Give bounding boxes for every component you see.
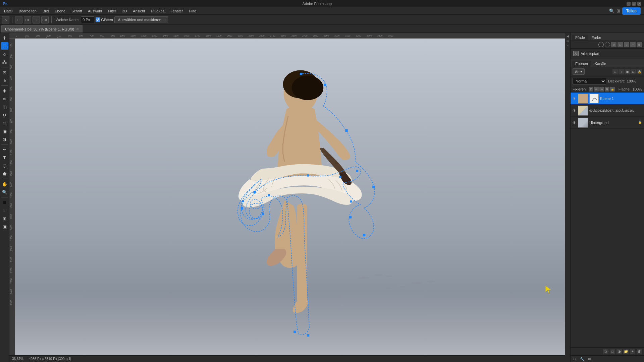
gradient-btn[interactable]: ▣	[1, 127, 8, 135]
foreground-color-btn[interactable]: ■	[1, 199, 8, 206]
history-btn[interactable]: ↺	[1, 111, 8, 119]
svg-text:3000: 3000	[334, 35, 340, 37]
menu-fenster[interactable]: Fenster	[168, 8, 185, 14]
add-adjustment-btn[interactable]: ◑	[616, 349, 622, 354]
menu-bild[interactable]: Bild	[40, 8, 51, 14]
menu-hilfe[interactable]: Hilfe	[186, 8, 199, 14]
lock-all-btn[interactable]: 🔒	[610, 87, 615, 92]
auswaehlen-maskieren-button[interactable]: Auswählen und maskieren...	[114, 16, 168, 23]
add-mask-btn[interactable]: □	[610, 349, 615, 354]
art-dropdown[interactable]: Art ▾	[573, 68, 585, 75]
delete-layer-btn[interactable]: 🗑	[637, 349, 642, 354]
menu-schrift[interactable]: Schrift	[69, 8, 85, 14]
text-tool-btn[interactable]: T	[1, 154, 8, 161]
magic-wand-btn[interactable]: ⁂	[1, 58, 8, 66]
blend-mode-select[interactable]: Normal Multiply Screen	[573, 78, 606, 84]
menu-ebene[interactable]: Ebene	[52, 8, 68, 14]
eraser-btn[interactable]: ◻	[1, 119, 8, 127]
marquee-tool-btn[interactable]: ⬚	[1, 42, 8, 50]
add-style-btn[interactable]: fx	[603, 349, 608, 354]
maximize-button[interactable]: □	[632, 2, 636, 6]
extra-tools-btn[interactable]: ···	[1, 207, 8, 214]
lyr-btn-5[interactable]: 🔒	[637, 69, 642, 74]
lyr-btn-3[interactable]: ▣	[625, 69, 630, 74]
add-layer-btn[interactable]: +	[630, 349, 635, 354]
lasso-tool-btn[interactable]: ⌾	[1, 50, 8, 58]
layer-vis-linked[interactable]: 👁	[572, 108, 577, 113]
lasso-option-add[interactable]: □+	[24, 16, 31, 23]
glatten-label: Glätten	[101, 18, 113, 22]
lyr-btn-4[interactable]: ⊡	[631, 69, 636, 74]
dodge-btn[interactable]: ◑	[1, 135, 8, 143]
tab-pfade[interactable]: Pfade	[572, 35, 588, 41]
screen-mode-btn[interactable]: ▣	[1, 223, 8, 230]
path-icon-diamond[interactable]: ◇	[611, 42, 616, 47]
path-icon-circle[interactable]	[598, 42, 604, 47]
pen-tool-btn[interactable]: ✒	[1, 146, 8, 153]
lock-artboard-btn[interactable]: ⊞	[605, 87, 609, 92]
menu-auswahl[interactable]: Auswahl	[85, 8, 105, 14]
path-icon-download[interactable]: ↓	[624, 42, 629, 47]
path-icon-circle2[interactable]	[605, 42, 610, 47]
paths-icon-row: ◇ □ ↓ + 🗑	[571, 41, 644, 49]
lyr-btn-1[interactable]: □	[612, 69, 618, 74]
quick-mask-btn[interactable]: ⊞	[1, 215, 8, 222]
eyedropper-btn[interactable]: 🖱	[1, 77, 8, 84]
shape-tool-btn[interactable]: ⬟	[1, 170, 8, 177]
search-icon[interactable]: 🔍	[609, 8, 614, 13]
tab-ebenen[interactable]: Ebenen	[572, 61, 591, 67]
menu-plugins[interactable]: Plug-ins	[148, 8, 167, 14]
path-select-btn[interactable]: ⬡	[1, 162, 8, 169]
canvas-container[interactable]	[15, 39, 565, 355]
layer-item-ebene1[interactable]: 👁 Ebene 1	[571, 93, 644, 105]
lasso-option-sub[interactable]: □−	[33, 16, 40, 23]
menu-datei[interactable]: Datei	[1, 8, 15, 14]
svg-text:2900: 2900	[324, 35, 329, 37]
layer-vis-hintergrund[interactable]: 👁	[572, 120, 577, 125]
close-button[interactable]: ✕	[637, 2, 641, 6]
zoom-tool-btn[interactable]: 🔍	[1, 188, 8, 196]
move-tool-btn[interactable]: ✛	[1, 34, 8, 42]
menu-3d[interactable]: 3D	[119, 8, 129, 14]
add-group-btn[interactable]: 📁	[623, 349, 629, 354]
weiche-kante-input[interactable]	[81, 16, 94, 23]
lock-transparent-btn[interactable]: ⊡	[589, 87, 593, 92]
tab-farbe[interactable]: Farbe	[588, 35, 605, 41]
lasso-option-rect[interactable]: □	[15, 16, 22, 23]
lasso-option-inter[interactable]: □×	[41, 16, 49, 23]
panel-icon1[interactable]: ⊞	[566, 39, 570, 43]
svg-text:100: 100	[25, 35, 29, 37]
window-controls[interactable]: ─ □ ✕	[627, 2, 641, 6]
document-tab[interactable]: Unbenannt-1 bei 36,7% (Ebene 1, RGB/8) ✕	[1, 25, 83, 33]
minimize-button[interactable]: ─	[627, 2, 631, 6]
zoom-fit-icon[interactable]: ⊞	[616, 8, 620, 13]
path-icon-add[interactable]: +	[630, 42, 636, 47]
tab-name: Unbenannt-1 bei 36,7% (Ebene 1, RGB/8)	[5, 27, 74, 31]
lyr-btn-2[interactable]: T	[619, 69, 624, 74]
lock-image-btn[interactable]: ✏	[594, 87, 599, 92]
clone-btn[interactable]: ◫	[1, 103, 8, 111]
svg-text:2400: 2400	[270, 35, 275, 37]
menu-bearbeiten[interactable]: Bearbeiten	[16, 8, 39, 14]
home-button[interactable]: ⌂	[2, 16, 9, 23]
crop-tool-btn[interactable]: ⊡	[1, 69, 8, 76]
menu-ansicht[interactable]: Ansicht	[130, 8, 148, 14]
share-button[interactable]: Teilen	[622, 7, 641, 15]
layer-item-hintergrund[interactable]: 👁 Hintergrund 🔒	[571, 117, 644, 129]
layer-item-linked[interactable]: 👁 93db39521bb057...330cfda892cb	[571, 105, 644, 117]
working-path-item[interactable]: Arbeitspfad	[572, 50, 643, 57]
healing-btn[interactable]: ✚	[1, 87, 8, 95]
lock-position-btn[interactable]: ✛	[599, 87, 604, 92]
brush-btn[interactable]: ✏	[1, 95, 8, 103]
menu-filter[interactable]: Filter	[105, 8, 119, 14]
panel-icon2[interactable]: ≡	[566, 44, 570, 48]
layer-vis-ebene1[interactable]: 👁	[572, 96, 577, 101]
hand-tool-btn[interactable]: ✋	[1, 180, 8, 188]
tab-kanaele[interactable]: Kanäle	[591, 61, 609, 67]
collapse-btn[interactable]: ◀	[566, 34, 570, 38]
glatten-checkbox[interactable]	[96, 17, 100, 22]
doc-dimensions: 4936 Px x 3319 Px (300 ppi)	[29, 357, 71, 361]
path-icon-delete[interactable]: 🗑	[637, 42, 642, 47]
path-icon-square[interactable]: □	[618, 42, 623, 47]
tab-close-button[interactable]: ✕	[76, 27, 79, 31]
